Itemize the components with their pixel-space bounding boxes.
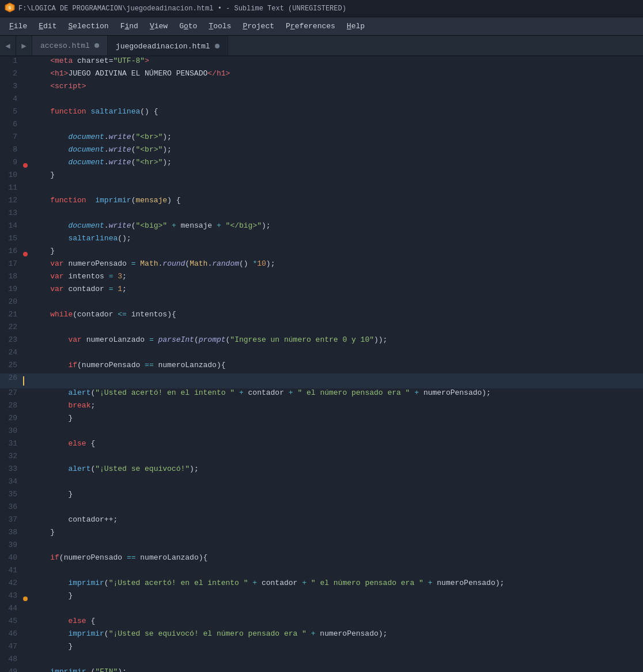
table-row: 19 var contador = 1; [0, 285, 643, 297]
tab-bar: ◀ ▶ acceso.html juegodeadinacion.html [0, 36, 643, 56]
app-icon: S [5, 2, 15, 15]
table-row: 9 document.write("<hr>"); [0, 158, 643, 171]
menu-project[interactable]: Project [237, 20, 280, 33]
table-row: 15 saltarlinea(); [0, 234, 643, 247]
title-text: F:\LOGICA DE PROGRAMACION\juegodeadinaci… [18, 5, 346, 13]
table-row: 34 [0, 477, 643, 490]
table-row: 37 contador++; [0, 515, 643, 528]
tab-prev-btn[interactable]: ◀ [0, 36, 16, 55]
table-row: 5 function saltarlinea() { [0, 107, 643, 120]
table-row: 11 [0, 183, 643, 196]
gutter-marker-red [23, 252, 28, 256]
table-row: 23 var numeroLanzado = parseInt(prompt("… [0, 335, 643, 348]
table-row: 14 document.write("<big>" + mensaje + "<… [0, 221, 643, 234]
menu-selection[interactable]: Selection [62, 20, 114, 33]
table-row: 44 [0, 604, 643, 617]
menu-edit[interactable]: Edit [33, 20, 62, 33]
menu-view[interactable]: View [144, 20, 173, 33]
menu-preferences[interactable]: Preferences [280, 20, 341, 33]
table-row: 39 [0, 541, 643, 553]
table-row: 40 if(numeroPensado == numeroLanzado){ [0, 553, 643, 566]
table-row: 16 } [0, 247, 643, 259]
table-row: 1 <meta charset="UTF-8"> [0, 56, 643, 69]
table-row: 30 [0, 426, 643, 439]
tab-juego-dot [215, 44, 220, 48]
tab-next-btn[interactable]: ▶ [16, 36, 32, 55]
code-area: 1 <meta charset="UTF-8"> 2 <h1>JUEGO ADI… [0, 56, 643, 672]
table-row: 36 [0, 503, 643, 515]
table-row: 48 [0, 655, 643, 667]
menu-tools[interactable]: Tools [203, 20, 237, 33]
table-row: 38 } [0, 528, 643, 541]
table-row: 22 [0, 323, 643, 335]
table-row: 32 [0, 452, 643, 465]
code-table: 1 <meta charset="UTF-8"> 2 <h1>JUEGO ADI… [0, 56, 643, 672]
menu-find[interactable]: Find [115, 20, 144, 33]
table-row: 10 } [0, 171, 643, 183]
table-row: 31 else { [0, 439, 643, 452]
table-row: 20 [0, 297, 643, 310]
table-row: 12 function imprimir(mensaje) { [0, 196, 643, 209]
table-row: 41 [0, 566, 643, 579]
table-row: 28 break; [0, 401, 643, 414]
table-row: 7 document.write("<br>"); [0, 133, 643, 145]
table-row: 21 while(contador <= intentos){ [0, 310, 643, 323]
tab-acceso-dot [94, 43, 99, 48]
menu-help[interactable]: Help [341, 20, 370, 33]
table-row: 42 imprimir("¡Usted acertó! en el intent… [0, 579, 643, 591]
menu-file[interactable]: File [3, 20, 33, 33]
tab-acceso-label: acceso.html [40, 41, 90, 50]
svg-text:S: S [9, 5, 12, 10]
tab-acceso[interactable]: acceso.html [32, 36, 108, 55]
table-row: 4 [0, 95, 643, 107]
table-row: 24 [0, 348, 643, 361]
table-row: 29 } [0, 414, 643, 426]
table-row: 33 alert("¡Usted se equivocó!"); [0, 465, 643, 477]
tab-juego-label: juegodeadinacion.html [116, 42, 210, 51]
table-row: 27 alert("¡Usted acertó! en el intento "… [0, 388, 643, 401]
title-bar: S F:\LOGICA DE PROGRAMACION\juegodeadina… [0, 0, 643, 17]
table-row: 35 } [0, 490, 643, 503]
menu-goto[interactable]: Goto [173, 20, 203, 33]
table-row: 26 [0, 373, 643, 388]
gutter-marker-orange [23, 597, 28, 601]
tab-juego[interactable]: juegodeadinacion.html [108, 36, 228, 55]
table-row: 43 } [0, 591, 643, 604]
table-row: 18 var intentos = 3; [0, 272, 643, 285]
table-row: 25 if(numeroPensado == numeroLanzado){ [0, 361, 643, 373]
menu-bar: File Edit Selection Find View Goto Tools… [0, 17, 643, 36]
table-row: 45 else { [0, 617, 643, 629]
table-row: 8 document.write("<br>"); [0, 145, 643, 158]
table-row: 49 imprimir ("FIN"); [0, 667, 643, 672]
table-row: 6 [0, 120, 643, 133]
table-row: 2 <h1>JUEGO ADIVINA EL NÚMERO PENSADO</h… [0, 69, 643, 82]
table-row: 3 <script> [0, 82, 643, 95]
table-row: 17 var numeroPensado = Math.round(Math.r… [0, 259, 643, 272]
table-row: 46 imprimir("¡Usted se equivocó! el núme… [0, 629, 643, 642]
table-row: 13 [0, 209, 643, 221]
gutter-marker-red [23, 163, 28, 168]
table-row: 47 } [0, 642, 643, 655]
